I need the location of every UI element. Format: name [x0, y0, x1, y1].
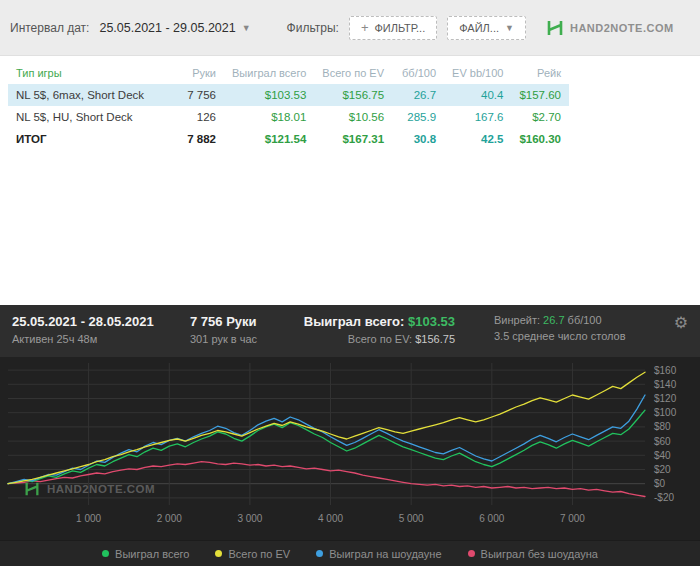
- legend-label: Всего по EV: [228, 548, 290, 560]
- column-header-bb100[interactable]: бб/100: [392, 62, 444, 84]
- cell-won-total: $18.01: [224, 106, 314, 128]
- cell-hands: 7 756: [168, 84, 224, 106]
- brand-logo: HAND2NOTE.COM: [546, 19, 674, 37]
- svg-text:$40: $40: [654, 450, 671, 461]
- column-header-won-total[interactable]: Выиграл всего: [224, 62, 314, 84]
- svg-text:$20: $20: [654, 464, 671, 475]
- cell-ev-total: $167.31: [314, 128, 392, 150]
- stats-area: Тип игры Руки Выиграл всего Всего по EV …: [0, 56, 700, 305]
- plus-icon: +: [361, 23, 369, 33]
- column-header-evbb100[interactable]: EV bb/100: [444, 62, 511, 84]
- column-header-rake[interactable]: Рейк: [511, 62, 569, 84]
- session-avg-tables: 3.5 среднее число столов: [494, 330, 662, 342]
- session-panel: 25.05.2021 - 28.05.2021 Активен 25ч 48м …: [0, 305, 700, 566]
- winrate-label: Винрейт:: [494, 314, 540, 326]
- column-header-hands[interactable]: Руки: [168, 62, 224, 84]
- file-button[interactable]: ФАЙЛ... ▼: [447, 16, 526, 40]
- table-header-row: Тип игры Руки Выиграл всего Всего по EV …: [8, 62, 569, 84]
- session-active-time: Активен 25ч 48м: [12, 333, 190, 345]
- cell-rake: $160.30: [511, 128, 569, 150]
- cell-game-type: ИТОГ: [8, 128, 168, 150]
- cell-won-total: $103.53: [224, 84, 314, 106]
- column-header-ev-total[interactable]: Всего по EV: [314, 62, 392, 84]
- date-range-dropdown[interactable]: 25.05.2021 - 29.05.2021 ▼: [99, 21, 250, 35]
- legend-label: Выиграл всего: [115, 548, 189, 560]
- session-header: 25.05.2021 - 28.05.2021 Активен 25ч 48м …: [0, 305, 700, 357]
- session-winrate: Винрейт: 26.7 бб/100: [494, 314, 662, 326]
- cell-rake: $2.70: [511, 106, 569, 128]
- winrate-units: бб/100: [568, 314, 602, 326]
- svg-text:$60: $60: [654, 436, 671, 447]
- chart-section: $160$140$120$100$80$60$40$20$0-$201 0002…: [0, 357, 700, 540]
- file-button-label: ФАЙЛ...: [459, 22, 499, 34]
- svg-text:$100: $100: [654, 407, 677, 418]
- session-won-total: Выиграл всего: $103.53: [285, 314, 455, 329]
- svg-text:-$20: -$20: [654, 492, 674, 503]
- ev-total-label: Всего по EV:: [348, 333, 412, 345]
- cell-rake: $157.60: [511, 84, 569, 106]
- won-total-value: $103.53: [408, 314, 455, 329]
- hand2note-logo-icon: [24, 481, 40, 497]
- svg-text:6 000: 6 000: [479, 513, 504, 524]
- hand2note-logo-icon: [546, 19, 564, 37]
- legend-dot-icon: [468, 550, 475, 557]
- svg-text:$160: $160: [654, 365, 677, 376]
- legend-label: Выиграл без шоудауна: [481, 548, 598, 560]
- svg-text:$140: $140: [654, 379, 677, 390]
- cell-ev-total: $156.75: [314, 84, 392, 106]
- chart-legend: Выиграл всегоВсего по EVВыиграл на шоуда…: [0, 540, 700, 566]
- add-filter-label: ФИЛЬТР...: [374, 22, 425, 34]
- filters-label: Фильтры:: [287, 21, 339, 35]
- svg-text:$80: $80: [654, 421, 671, 432]
- session-hands-per-hour: 301 рук в час: [190, 333, 285, 345]
- session-hands: 7 756 Руки: [190, 314, 285, 329]
- cell-game-type: NL 5$, HU, Short Deck: [8, 106, 168, 128]
- brand-text: HAND2NOTE.COM: [570, 22, 674, 34]
- column-header-game-type[interactable]: Тип игры: [8, 62, 168, 84]
- legend-item[interactable]: Выиграл всего: [102, 548, 189, 560]
- stats-table: Тип игры Руки Выиграл всего Всего по EV …: [8, 62, 569, 150]
- session-ev-total: Всего по EV: $156.75: [285, 333, 455, 345]
- winnings-chart[interactable]: $160$140$120$100$80$60$40$20$0-$201 0002…: [0, 357, 700, 540]
- legend-label: Выиграл на шоудауне: [329, 548, 441, 560]
- legend-item[interactable]: Всего по EV: [215, 548, 290, 560]
- svg-text:2 000: 2 000: [157, 513, 182, 524]
- date-interval-label: Интервал дат:: [10, 21, 89, 35]
- top-toolbar: Интервал дат: 25.05.2021 - 29.05.2021 ▼ …: [0, 0, 700, 56]
- cell-bb100: 285.9: [392, 106, 444, 128]
- ev-total-value: $156.75: [415, 333, 455, 345]
- add-filter-button[interactable]: + ФИЛЬТР...: [349, 16, 437, 40]
- legend-dot-icon: [316, 550, 323, 557]
- table-row[interactable]: NL 5$, HU, Short Deck 126 $18.01 $10.56 …: [8, 106, 569, 128]
- svg-text:5 000: 5 000: [399, 513, 424, 524]
- won-total-label: Выиграл всего:: [304, 314, 405, 329]
- svg-text:1 000: 1 000: [76, 513, 101, 524]
- cell-hands: 126: [168, 106, 224, 128]
- table-row[interactable]: NL 5$, 6max, Short Deck 7 756 $103.53 $1…: [8, 84, 569, 106]
- cell-ev-total: $10.56: [314, 106, 392, 128]
- app-window: Интервал дат: 25.05.2021 - 29.05.2021 ▼ …: [0, 0, 700, 566]
- cell-evbb100: 42.5: [444, 128, 511, 150]
- date-range-value: 25.05.2021 - 29.05.2021: [99, 21, 235, 35]
- chevron-down-icon: ▼: [505, 23, 514, 33]
- legend-item[interactable]: Выиграл без шоудауна: [468, 548, 598, 560]
- gear-icon[interactable]: ⚙: [662, 314, 688, 332]
- winrate-value: 26.7: [543, 314, 564, 326]
- watermark-text: HAND2NOTE.COM: [47, 483, 155, 495]
- cell-won-total: $121.54: [224, 128, 314, 150]
- table-row-total[interactable]: ИТОГ 7 882 $121.54 $167.31 30.8 42.5 $16…: [8, 128, 569, 150]
- cell-hands: 7 882: [168, 128, 224, 150]
- svg-text:3 000: 3 000: [237, 513, 262, 524]
- session-date-range: 25.05.2021 - 28.05.2021: [12, 314, 190, 329]
- svg-text:4 000: 4 000: [318, 513, 343, 524]
- svg-text:$0: $0: [654, 478, 666, 489]
- legend-item[interactable]: Выиграл на шоудауне: [316, 548, 441, 560]
- legend-dot-icon: [102, 550, 109, 557]
- cell-evbb100: 167.6: [444, 106, 511, 128]
- cell-game-type: NL 5$, 6max, Short Deck: [8, 84, 168, 106]
- legend-dot-icon: [215, 550, 222, 557]
- svg-text:7 000: 7 000: [560, 513, 585, 524]
- cell-bb100: 30.8: [392, 128, 444, 150]
- cell-evbb100: 40.4: [444, 84, 511, 106]
- chevron-down-icon: ▼: [242, 23, 251, 33]
